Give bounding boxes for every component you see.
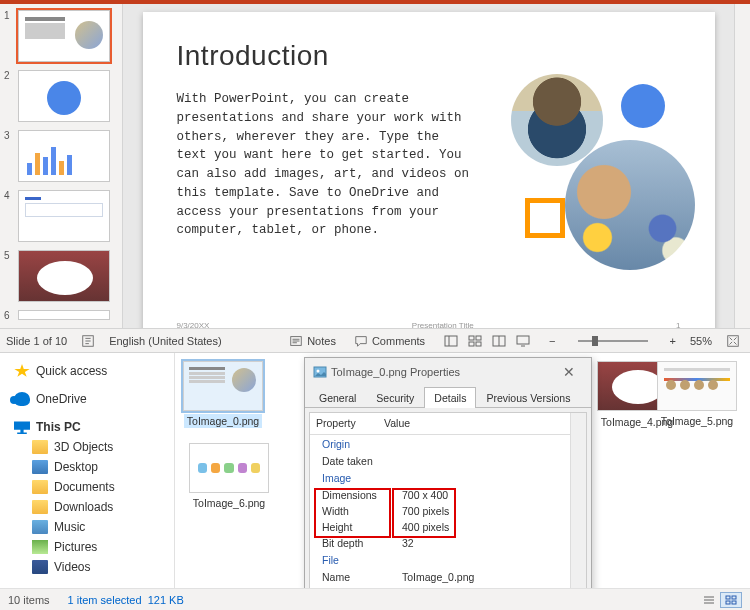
file-item[interactable]: ToImage_6.png [187,443,271,510]
tab-previous-versions[interactable]: Previous Versions [476,387,580,408]
nav-label: OneDrive [36,392,87,406]
nav-downloads[interactable]: Downloads [4,497,170,517]
slide-thumbnail-panel[interactable]: 1 2 3 4 5 6 [0,4,123,328]
comments-button[interactable]: Comments [350,332,429,350]
row-name[interactable]: NameToImage_0.png [310,569,586,585]
thumb-5[interactable]: 5 [0,248,122,308]
blue-circle-decoration [621,84,665,128]
language-button[interactable]: English (United States) [109,335,222,347]
accessibility-button[interactable] [77,332,99,350]
dialog-scrollbar[interactable] [570,413,586,595]
pictures-icon [32,540,48,554]
thumb-number: 3 [4,130,14,182]
sorter-view-button[interactable] [463,331,487,351]
row-height[interactable]: Height400 pixels [310,519,586,535]
image-icon [313,365,327,379]
file-thumbnail [657,361,737,411]
normal-view-button[interactable] [439,331,463,351]
nav-this-pc[interactable]: This PC [4,417,170,437]
row-date-taken[interactable]: Date taken [310,453,586,469]
col-value: Value [384,417,571,430]
svg-rect-10 [728,335,739,346]
close-icon[interactable]: ✕ [555,362,583,382]
svg-rect-4 [469,336,474,340]
ppt-main: 1 2 3 4 5 6 [0,4,750,328]
nav-documents[interactable]: Documents [4,477,170,497]
file-explorer-window: Quick access OneDrive This PC 3D Objects… [0,352,750,610]
file-label: ToImage_6.png [190,496,268,510]
properties-dialog[interactable]: ToImage_0.png Properties ✕ General Secur… [304,357,592,601]
nav-desktop[interactable]: Desktop [4,457,170,477]
nav-tree[interactable]: Quick access OneDrive This PC 3D Objects… [0,353,175,610]
nav-label: Desktop [54,460,98,474]
notes-button[interactable]: Notes [285,332,340,350]
thumb-number: 5 [4,250,14,302]
thumb-preview [18,10,110,62]
vertical-scrollbar[interactable] [734,4,750,328]
desktop-icon [32,460,48,474]
nav-label: Downloads [54,500,113,514]
thumb-2[interactable]: 2 [0,68,122,128]
reading-view-button[interactable] [487,331,511,351]
nav-3d-objects[interactable]: 3D Objects [4,437,170,457]
zoom-in-button[interactable]: + [666,333,680,349]
thumb-number: 2 [4,70,14,122]
thumb-3[interactable]: 3 [0,128,122,188]
tab-security[interactable]: Security [366,387,424,408]
zoom-percent[interactable]: 55% [690,335,712,347]
svg-rect-5 [476,336,481,340]
svg-rect-16 [732,601,736,604]
dialog-tabs: General Security Details Previous Versio… [305,386,591,408]
col-property: Property [316,417,384,430]
thumb-preview [18,70,110,122]
nav-label: Documents [54,480,115,494]
tab-details[interactable]: Details [424,387,476,408]
thumb-preview [18,190,110,242]
row-dimensions[interactable]: Dimensions700 x 400 [310,487,586,503]
slide-title[interactable]: Introduction [177,40,681,72]
file-item[interactable]: ToImage_0.png [181,361,265,428]
zoom-slider[interactable] [578,340,648,342]
row-bit-depth[interactable]: Bit depth32 [310,535,586,551]
group-file: File [310,551,586,569]
file-label: ToImage_5.png [658,414,736,428]
svg-rect-14 [732,596,736,599]
details-view-button[interactable] [698,592,720,608]
thumb-6[interactable]: 6 [0,308,122,321]
dialog-titlebar[interactable]: ToImage_0.png Properties ✕ [305,358,591,386]
slide-footer: 9/3/20XX Presentation Title 1 [177,321,681,328]
slideshow-button[interactable] [511,331,535,351]
thumb-4[interactable]: 4 [0,188,122,248]
zoom-out-button[interactable]: − [545,333,559,349]
nav-label: This PC [36,420,81,434]
footer-title: Presentation Title [412,321,474,328]
svg-rect-13 [726,596,730,599]
slide-counter[interactable]: Slide 1 of 10 [6,335,67,347]
file-item[interactable]: ToImage_5.png [655,361,739,428]
slide-photo-1 [511,74,603,166]
nav-videos[interactable]: Videos [4,557,170,577]
nav-quick-access[interactable]: Quick access [4,361,170,381]
slide-canvas-area[interactable]: Introduction With PowerPoint, you can cr… [123,4,734,328]
nav-pictures[interactable]: Pictures [4,537,170,557]
cloud-icon [14,392,30,406]
slide-photo-2 [565,140,695,270]
svg-rect-15 [726,601,730,604]
slide-body[interactable]: With PowerPoint, you can create presenta… [177,90,477,240]
thumb-1[interactable]: 1 [0,8,122,68]
nav-onedrive[interactable]: OneDrive [4,389,170,409]
details-header[interactable]: Property Value ︿ [310,413,586,435]
slide[interactable]: Introduction With PowerPoint, you can cr… [143,12,715,328]
svg-rect-2 [445,336,457,346]
folder-icon [32,480,48,494]
explorer-status-bar: 10 items 1 item selected 121 KB [0,588,750,610]
icons-view-button[interactable] [720,592,742,608]
explorer-view-buttons [698,592,742,608]
row-width[interactable]: Width700 pixels [310,503,586,519]
fit-window-button[interactable] [722,332,744,350]
nav-music[interactable]: Music [4,517,170,537]
details-panel[interactable]: Property Value ︿ Origin Date taken Image… [309,412,587,596]
tab-general[interactable]: General [309,387,366,408]
thumb-number: 4 [4,190,14,242]
videos-icon [32,560,48,574]
